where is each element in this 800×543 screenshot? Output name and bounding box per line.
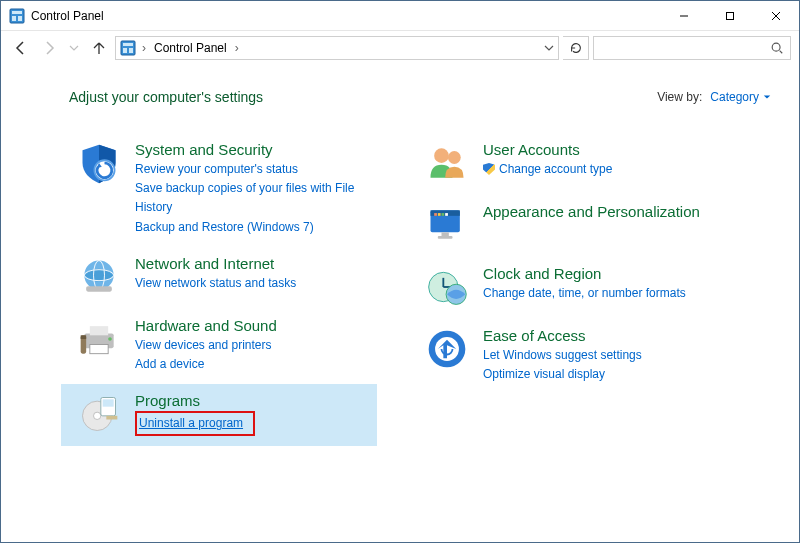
svg-point-12 bbox=[772, 43, 780, 51]
highlight-box: Uninstall a program bbox=[135, 411, 255, 436]
monitor-icon[interactable] bbox=[425, 203, 469, 247]
up-button[interactable] bbox=[87, 36, 111, 60]
svg-rect-5 bbox=[727, 12, 734, 19]
view-by-dropdown[interactable]: Category bbox=[710, 90, 771, 104]
people-icon[interactable] bbox=[425, 141, 469, 185]
clock-icon[interactable] bbox=[425, 265, 469, 309]
svg-rect-28 bbox=[103, 399, 114, 406]
view-by: View by: Category bbox=[657, 90, 771, 104]
link-review-status[interactable]: Review your computer's status bbox=[135, 160, 298, 179]
category-title[interactable]: System and Security bbox=[135, 141, 369, 158]
category-system-security: System and Security Review your computer… bbox=[69, 133, 377, 247]
view-by-label: View by: bbox=[657, 90, 702, 104]
refresh-button[interactable] bbox=[563, 36, 589, 60]
svg-rect-38 bbox=[442, 232, 449, 236]
svg-rect-21 bbox=[90, 344, 108, 353]
category-title[interactable]: Ease of Access bbox=[483, 327, 650, 344]
link-suggest-settings[interactable]: Let Windows suggest settings bbox=[483, 346, 642, 365]
category-title[interactable]: User Accounts bbox=[483, 141, 620, 158]
link-change-account-type[interactable]: Change account type bbox=[483, 160, 612, 179]
shield-icon[interactable] bbox=[77, 141, 121, 185]
svg-rect-9 bbox=[123, 43, 133, 46]
search-icon bbox=[770, 41, 784, 55]
svg-point-30 bbox=[434, 148, 449, 163]
category-user-accounts: User Accounts Change account type bbox=[417, 133, 725, 195]
link-add-device[interactable]: Add a device bbox=[135, 355, 204, 374]
content-area: Adjust your computer's settings View by:… bbox=[1, 65, 799, 542]
forward-button[interactable] bbox=[37, 36, 61, 60]
printer-icon[interactable] bbox=[77, 317, 121, 361]
svg-point-31 bbox=[448, 151, 461, 164]
link-change-date-time[interactable]: Change date, time, or number formats bbox=[483, 284, 686, 303]
svg-rect-3 bbox=[18, 16, 22, 21]
svg-line-13 bbox=[780, 51, 783, 54]
category-clock-region: Clock and Region Change date, time, or n… bbox=[417, 257, 725, 319]
link-view-devices[interactable]: View devices and printers bbox=[135, 336, 272, 355]
category-title[interactable]: Network and Internet bbox=[135, 255, 304, 272]
svg-rect-18 bbox=[86, 286, 112, 292]
breadcrumb-root[interactable]: Control Panel bbox=[152, 41, 229, 55]
link-backup-restore[interactable]: Backup and Restore (Windows 7) bbox=[135, 218, 314, 237]
svg-rect-20 bbox=[90, 326, 108, 335]
recent-locations-button[interactable] bbox=[65, 36, 83, 60]
close-button[interactable] bbox=[753, 1, 799, 30]
page-title: Adjust your computer's settings bbox=[69, 89, 263, 105]
svg-rect-1 bbox=[12, 11, 22, 14]
view-by-value: Category bbox=[710, 90, 759, 104]
svg-rect-2 bbox=[12, 16, 16, 21]
chevron-right-icon[interactable]: › bbox=[233, 41, 241, 55]
svg-rect-35 bbox=[438, 213, 441, 216]
category-title[interactable]: Programs bbox=[135, 392, 255, 409]
link-file-history[interactable]: Save backup copies of your files with Fi… bbox=[135, 179, 361, 217]
category-column-right: User Accounts Change account type Appear… bbox=[417, 133, 725, 446]
svg-rect-34 bbox=[434, 213, 437, 216]
globe-icon[interactable] bbox=[77, 255, 121, 299]
address-bar[interactable]: › Control Panel › bbox=[115, 36, 559, 60]
link-optimize-display[interactable]: Optimize visual display bbox=[483, 365, 605, 384]
category-network-internet: Network and Internet View network status… bbox=[69, 247, 377, 309]
caret-down-icon bbox=[763, 93, 771, 101]
navigation-bar: › Control Panel › bbox=[1, 31, 799, 65]
svg-point-26 bbox=[94, 412, 101, 419]
category-title[interactable]: Hardware and Sound bbox=[135, 317, 280, 334]
svg-rect-24 bbox=[81, 335, 87, 339]
svg-rect-10 bbox=[123, 48, 127, 53]
link-uninstall-program[interactable]: Uninstall a program bbox=[139, 414, 243, 433]
category-title[interactable]: Clock and Region bbox=[483, 265, 694, 282]
titlebar: Control Panel bbox=[1, 1, 799, 31]
chevron-right-icon[interactable]: › bbox=[140, 41, 148, 55]
category-column-left: System and Security Review your computer… bbox=[69, 133, 377, 446]
category-programs: Programs Uninstall a program bbox=[61, 384, 377, 446]
control-panel-icon bbox=[120, 40, 136, 56]
maximize-button[interactable] bbox=[707, 1, 753, 30]
address-dropdown-button[interactable] bbox=[544, 43, 554, 53]
search-input[interactable] bbox=[593, 36, 791, 60]
ease-of-access-icon[interactable] bbox=[425, 327, 469, 371]
category-hardware-sound: Hardware and Sound View devices and prin… bbox=[69, 309, 377, 384]
window-title: Control Panel bbox=[31, 9, 104, 23]
link-network-status[interactable]: View network status and tasks bbox=[135, 274, 296, 293]
svg-rect-29 bbox=[106, 416, 117, 420]
category-appearance: Appearance and Personalization bbox=[417, 195, 725, 257]
disc-icon[interactable] bbox=[77, 392, 121, 436]
svg-rect-37 bbox=[445, 213, 448, 216]
window-controls bbox=[661, 1, 799, 30]
control-panel-icon bbox=[9, 8, 25, 24]
svg-rect-36 bbox=[442, 213, 445, 216]
svg-rect-39 bbox=[438, 236, 453, 239]
category-ease-of-access: Ease of Access Let Windows suggest setti… bbox=[417, 319, 725, 394]
svg-rect-11 bbox=[129, 48, 133, 53]
svg-point-22 bbox=[108, 337, 112, 341]
back-button[interactable] bbox=[9, 36, 33, 60]
category-title[interactable]: Appearance and Personalization bbox=[483, 203, 700, 220]
minimize-button[interactable] bbox=[661, 1, 707, 30]
